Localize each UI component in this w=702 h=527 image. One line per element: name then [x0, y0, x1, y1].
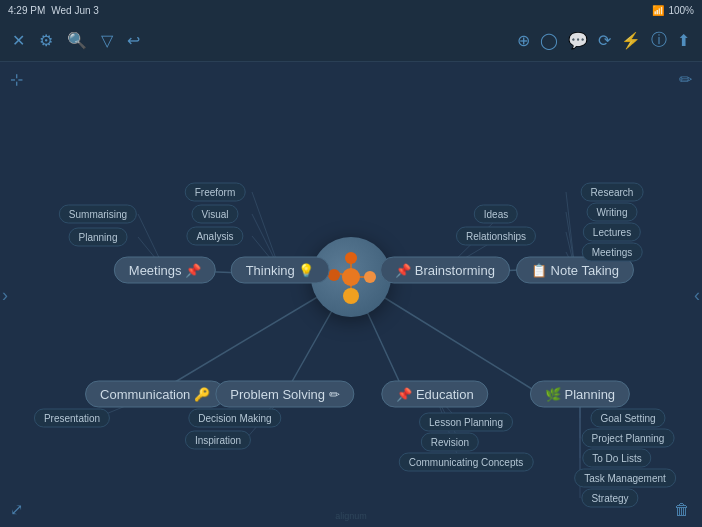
corner-tl-icon[interactable]: ⊹ — [10, 70, 23, 89]
info-icon[interactable]: ⓘ — [651, 30, 667, 51]
leaf-strategy[interactable]: Strategy — [581, 489, 638, 508]
undo-icon[interactable]: ↩ — [127, 31, 140, 50]
leaf-summarising[interactable]: Summarising — [59, 205, 137, 224]
watermark: alignum — [335, 511, 367, 521]
share-icon[interactable]: ⬆ — [677, 31, 690, 50]
circle-icon[interactable]: ◯ — [540, 31, 558, 50]
leaf-relationships[interactable]: Relationships — [456, 227, 536, 246]
status-time: 4:29 PM — [8, 5, 45, 16]
leaf-revision[interactable]: Revision — [421, 433, 479, 452]
refresh-icon[interactable]: ⟳ — [598, 31, 611, 50]
toolbar: ✕ ⚙ 🔍 ▽ ↩ ⊕ ◯ 💬 ⟳ ⚡ ⓘ ⬆ — [0, 20, 702, 62]
close-button[interactable]: ✕ — [12, 31, 25, 50]
leaf-decision-making[interactable]: Decision Making — [188, 409, 281, 428]
leaf-goal-setting[interactable]: Goal Setting — [590, 409, 665, 428]
leaf-project-planning[interactable]: Project Planning — [582, 429, 675, 448]
node-meetings[interactable]: Meetings 📌 — [114, 257, 216, 284]
wifi-icon: 📶 — [652, 5, 664, 16]
battery-text: 100% — [668, 5, 694, 16]
add-icon[interactable]: ⊕ — [517, 31, 530, 50]
leaf-freeform[interactable]: Freeform — [185, 183, 246, 202]
search-icon[interactable]: 🔍 — [67, 31, 87, 50]
status-right: 📶 100% — [652, 5, 694, 16]
side-right-arrow[interactable]: ‹ — [694, 284, 700, 305]
toolbar-right: ⊕ ◯ 💬 ⟳ ⚡ ⓘ ⬆ — [517, 30, 690, 51]
leaf-planning[interactable]: Planning — [69, 228, 128, 247]
comment-icon[interactable]: 💬 — [568, 31, 588, 50]
corner-br-icon[interactable]: 🗑 — [674, 501, 690, 519]
corner-bl-icon[interactable]: ⤢ — [10, 500, 23, 519]
leaf-to-do-lists[interactable]: To Do Lists — [582, 449, 651, 468]
corner-tr-icon[interactable]: ✏ — [679, 70, 692, 89]
node-planning[interactable]: 🌿 Planning — [530, 381, 630, 408]
leaf-analysis[interactable]: Analysis — [186, 227, 243, 246]
leaf-lectures[interactable]: Lectures — [583, 223, 641, 242]
leaf-visual[interactable]: Visual — [191, 205, 238, 224]
status-left: 4:29 PM Wed Jun 3 — [8, 5, 99, 16]
filter-icon[interactable]: ▽ — [101, 31, 113, 50]
leaf-lesson-planning[interactable]: Lesson Planning — [419, 413, 513, 432]
node-problem-solving[interactable]: Problem Solving ✏ — [215, 381, 354, 408]
bolt-icon[interactable]: ⚡ — [621, 31, 641, 50]
leaf-meetings[interactable]: Meetings — [582, 243, 643, 262]
mindmap-canvas[interactable]: Meetings 📌 Thinking 💡 📌 Brainstorming 📋 … — [0, 62, 702, 527]
node-education[interactable]: 📌 Education — [381, 381, 488, 408]
status-day: Wed Jun 3 — [51, 5, 99, 16]
leaf-writing[interactable]: Writing — [587, 203, 638, 222]
node-thinking[interactable]: Thinking 💡 — [231, 257, 330, 284]
node-brainstorming[interactable]: 📌 Brainstorming — [380, 257, 510, 284]
side-left-arrow[interactable]: › — [2, 284, 8, 305]
toolbar-left: ✕ ⚙ 🔍 ▽ ↩ — [12, 31, 140, 50]
leaf-research[interactable]: Research — [581, 183, 644, 202]
leaf-communicating-concepts[interactable]: Communicating Concepts — [399, 453, 534, 472]
leaf-inspiration[interactable]: Inspiration — [185, 431, 251, 450]
leaf-task-management[interactable]: Task Management — [574, 469, 676, 488]
leaf-presentation[interactable]: Presentation — [34, 409, 110, 428]
node-communication[interactable]: Communication 🔑 — [85, 381, 225, 408]
settings-icon[interactable]: ⚙ — [39, 31, 53, 50]
status-bar: 4:29 PM Wed Jun 3 📶 100% — [0, 0, 702, 20]
leaf-ideas[interactable]: Ideas — [474, 205, 518, 224]
molecule-icon — [324, 250, 378, 304]
